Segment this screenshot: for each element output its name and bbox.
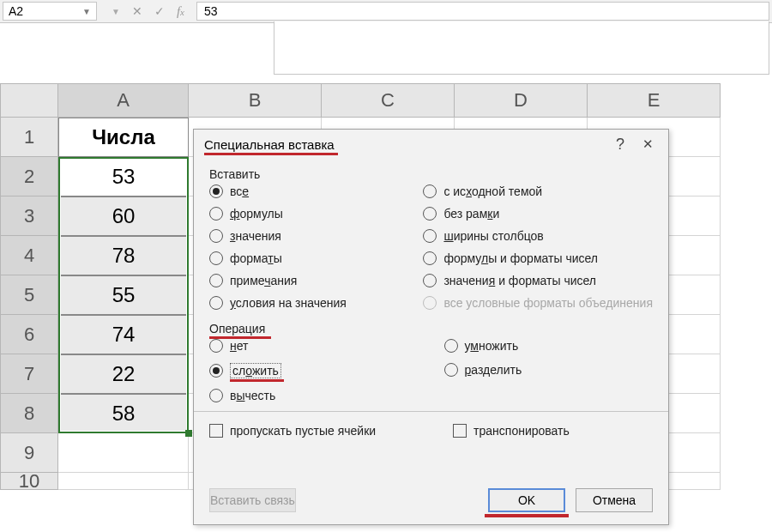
- checkbox-icon: [209, 424, 223, 438]
- row-header[interactable]: 1: [0, 118, 58, 157]
- fx-icon[interactable]: fx: [177, 4, 184, 19]
- close-icon[interactable]: ✕: [637, 136, 658, 152]
- radio-comments[interactable]: примечания: [209, 274, 397, 287]
- help-button[interactable]: ?: [610, 136, 630, 154]
- row-header[interactable]: 5: [0, 275, 58, 315]
- cell[interactable]: 74: [58, 315, 189, 354]
- radio-all[interactable]: все: [209, 184, 397, 198]
- radio-no-border[interactable]: без рамки: [423, 207, 653, 221]
- radio-label: все условные форматы объединения: [443, 296, 653, 310]
- cell[interactable]: 55: [58, 275, 189, 315]
- operation-group-label: Операция: [209, 322, 265, 336]
- radio-col-widths[interactable]: ширины столбцов: [423, 229, 653, 243]
- radio-icon: [423, 207, 437, 221]
- checkbox-icon: [453, 424, 467, 438]
- radio-label: формулы и форматы чисел: [443, 251, 598, 265]
- cell[interactable]: [58, 433, 189, 473]
- formula-input[interactable]: 53: [196, 2, 769, 21]
- radio-icon: [209, 229, 223, 243]
- cancel-label: Отмена: [593, 493, 636, 507]
- name-box-dropdown-icon[interactable]: ▼: [82, 7, 91, 16]
- cell[interactable]: 78: [58, 236, 189, 275]
- radio-label: примечания: [230, 274, 297, 287]
- radio-values[interactable]: значения: [209, 229, 397, 243]
- transpose-checkbox[interactable]: транспонировать: [453, 424, 570, 438]
- radio-subtract[interactable]: вычесть: [209, 389, 419, 402]
- radio-icon: [423, 184, 437, 198]
- radio-label: разделить: [465, 363, 522, 377]
- radio-icon: [209, 251, 223, 265]
- radio-validation[interactable]: условия на значения: [209, 296, 397, 310]
- enter-check-icon[interactable]: ✓: [154, 4, 165, 18]
- annotation-underline: [204, 153, 338, 155]
- formula-tools: ▼ ✕ ✓ fx: [100, 0, 196, 22]
- radio-label: все: [230, 184, 249, 198]
- cell[interactable]: 60: [58, 196, 189, 236]
- radio-label: значения и форматы чисел: [443, 274, 596, 287]
- row-header[interactable]: 10: [0, 473, 58, 490]
- name-box-value: A2: [9, 4, 23, 18]
- radio-icon: [209, 389, 223, 402]
- radio-form-num[interactable]: формулы и форматы чисел: [423, 251, 653, 265]
- radio-icon: [209, 364, 223, 378]
- row-header[interactable]: 3: [0, 196, 58, 236]
- cancel-button[interactable]: Отмена: [576, 488, 653, 512]
- radio-none[interactable]: нет: [209, 339, 419, 353]
- radio-icon: [423, 296, 437, 310]
- name-box[interactable]: A2 ▼: [3, 2, 97, 21]
- row-header[interactable]: 9: [0, 433, 58, 473]
- cell[interactable]: 58: [58, 394, 189, 433]
- cell[interactable]: 53: [58, 157, 189, 196]
- radio-label: значения: [230, 229, 281, 243]
- radio-multiply[interactable]: умножить: [444, 339, 654, 353]
- col-header-C[interactable]: C: [322, 83, 455, 118]
- radio-merge-cond: все условные форматы объединения: [423, 296, 653, 310]
- col-header-E[interactable]: E: [588, 83, 721, 118]
- row-header[interactable]: 8: [0, 394, 58, 433]
- radio-icon: [209, 296, 223, 310]
- row-header[interactable]: 6: [0, 315, 58, 354]
- skip-blanks-checkbox[interactable]: пропускать пустые ячейки: [209, 424, 376, 438]
- radio-formats[interactable]: форматы: [209, 251, 397, 265]
- radio-icon: [423, 274, 437, 287]
- dialog-titlebar[interactable]: Специальная вставка ? ✕: [194, 130, 668, 159]
- annotation-underline: [230, 379, 284, 382]
- col-header-B[interactable]: B: [189, 83, 322, 118]
- paste-link-label: Вставить связь: [210, 493, 295, 507]
- cancel-x-icon[interactable]: ✕: [132, 4, 142, 18]
- row-header[interactable]: 4: [0, 236, 58, 275]
- cell[interactable]: 22: [58, 354, 189, 394]
- col-header-A[interactable]: A: [58, 83, 189, 118]
- col-header-D[interactable]: D: [455, 83, 588, 118]
- radio-formulas[interactable]: формулы: [209, 207, 397, 221]
- radio-icon: [444, 339, 458, 353]
- formula-bar-expand-area: [0, 23, 772, 83]
- radio-label: умножить: [465, 339, 519, 353]
- formula-expand-box: [274, 21, 769, 75]
- cell[interactable]: Числа: [58, 118, 189, 157]
- radio-icon: [423, 229, 437, 243]
- row-header[interactable]: 7: [0, 354, 58, 394]
- select-all-corner[interactable]: [0, 83, 58, 118]
- radio-label: форматы: [230, 251, 282, 265]
- radio-label: сложить: [230, 363, 281, 378]
- radio-add[interactable]: сложить: [209, 363, 419, 378]
- radio-divide[interactable]: разделить: [444, 363, 654, 377]
- ok-label: OK: [518, 493, 535, 507]
- radio-source-theme[interactable]: с исходной темой: [423, 184, 653, 198]
- paste-link-button: Вставить связь: [209, 488, 296, 512]
- row-header[interactable]: 2: [0, 157, 58, 196]
- radio-label: условия на значения: [230, 296, 347, 310]
- radio-icon: [209, 184, 223, 198]
- ok-button[interactable]: OK: [488, 488, 565, 512]
- dropdown-icon[interactable]: ▼: [112, 7, 120, 16]
- dialog-title: Специальная вставка: [204, 137, 335, 152]
- skip-blanks-label: пропускать пустые ячейки: [230, 424, 376, 438]
- radio-label: нет: [230, 339, 248, 353]
- radio-label: без рамки: [443, 207, 499, 221]
- cell[interactable]: [58, 473, 189, 490]
- radio-label: ширины столбцов: [443, 229, 543, 243]
- fill-handle[interactable]: [185, 430, 192, 437]
- radio-val-num[interactable]: значения и форматы чисел: [423, 274, 653, 287]
- radio-icon: [444, 363, 458, 377]
